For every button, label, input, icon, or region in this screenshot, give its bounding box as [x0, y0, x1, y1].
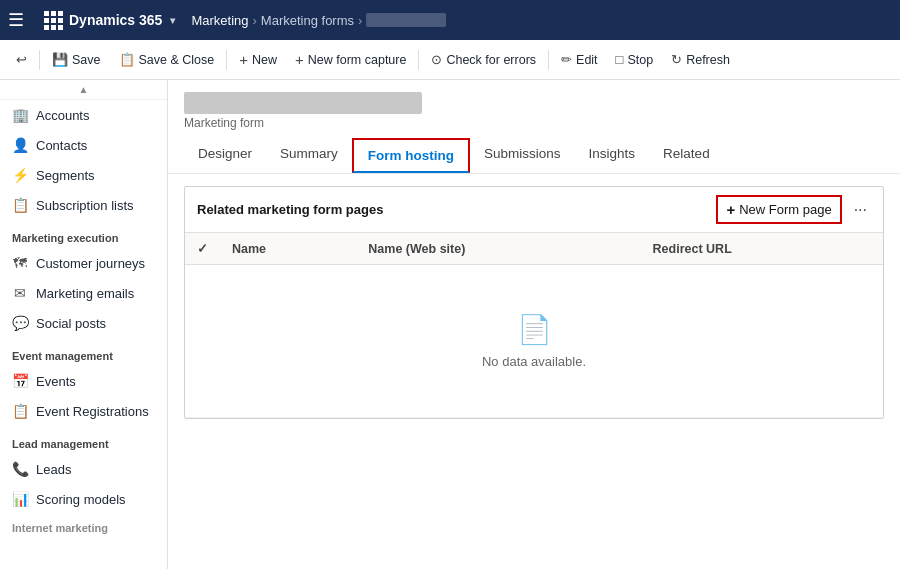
toolbar: ↩ 💾 Save 📋 Save & Close + New + New form… — [0, 40, 900, 80]
sidebar-item-scoring-models[interactable]: 📊 Scoring models — [0, 484, 167, 514]
refresh-label: Refresh — [686, 53, 730, 67]
new-capture-button[interactable]: + New form capture — [287, 47, 414, 72]
sidebar-item-customer-journeys-label: Customer journeys — [36, 256, 145, 271]
new-label: New — [252, 53, 277, 67]
sidebar-item-accounts-label: Accounts — [36, 108, 89, 123]
social-posts-icon: 💬 — [12, 315, 28, 331]
save-button[interactable]: 💾 Save — [44, 48, 109, 71]
subscription-lists-icon: 📋 — [12, 197, 28, 213]
check-errors-label: Check for errors — [446, 53, 536, 67]
marketing-emails-icon: ✉ — [12, 285, 28, 301]
sidebar-item-segments[interactable]: ⚡ Segments — [0, 160, 167, 190]
table-header-name[interactable]: Name — [220, 233, 356, 265]
app-name: Dynamics 365 — [69, 12, 162, 28]
breadcrumb-sep-1: › — [252, 13, 256, 28]
segments-icon: ⚡ — [12, 167, 28, 183]
record-type: Marketing form — [184, 116, 884, 130]
new-form-page-button[interactable]: + New Form page — [716, 195, 841, 224]
breadcrumb-module[interactable]: Marketing — [191, 13, 248, 28]
stop-icon: □ — [616, 52, 624, 67]
sidebar-item-contacts[interactable]: 👤 Contacts — [0, 130, 167, 160]
event-registrations-icon: 📋 — [12, 403, 28, 419]
sidebar: ▲ 🏢 Accounts 👤 Contacts ⚡ Segments 📋 Sub… — [0, 80, 168, 569]
save-icon: 💾 — [52, 52, 68, 67]
new-form-page-label: New Form page — [739, 202, 831, 217]
new-form-page-plus-icon: + — [726, 201, 735, 218]
accounts-icon: 🏢 — [12, 107, 28, 123]
check-errors-button[interactable]: ⊙ Check for errors — [423, 48, 544, 71]
customer-journeys-icon: 🗺 — [12, 255, 28, 271]
sidebar-item-social-posts-label: Social posts — [36, 316, 106, 331]
refresh-button[interactable]: ↻ Refresh — [663, 48, 738, 71]
table-header-redirect-url[interactable]: Redirect URL — [641, 233, 883, 265]
table-header-name-website[interactable]: Name (Web site) — [356, 233, 640, 265]
table-header-check[interactable]: ✓ — [185, 233, 220, 265]
sidebar-item-leads-label: Leads — [36, 462, 71, 477]
new-capture-label: New form capture — [308, 53, 407, 67]
tabs: Designer Summary Form hosting Submission… — [184, 138, 884, 173]
table-empty-row: 📄 No data available. — [185, 265, 883, 418]
empty-text: No data available. — [482, 354, 586, 369]
stop-label: Stop — [627, 53, 653, 67]
scroll-up-indicator[interactable]: ▲ — [0, 80, 167, 100]
save-close-icon: 📋 — [119, 52, 135, 67]
content-area: Form Name Blurred Text Here Marketing fo… — [168, 80, 900, 569]
app-logo[interactable]: Dynamics 365 ▾ — [36, 11, 183, 30]
edit-button[interactable]: ✏ Edit — [553, 48, 606, 71]
sidebar-item-marketing-emails-label: Marketing emails — [36, 286, 134, 301]
events-icon: 📅 — [12, 373, 28, 389]
sidebar-item-contacts-label: Contacts — [36, 138, 87, 153]
save-label: Save — [72, 53, 101, 67]
sidebar-item-segments-label: Segments — [36, 168, 95, 183]
toolbar-divider-1 — [39, 50, 40, 70]
sidebar-item-event-registrations-label: Event Registrations — [36, 404, 149, 419]
check-errors-icon: ⊙ — [431, 52, 442, 67]
sidebar-item-event-registrations[interactable]: 📋 Event Registrations — [0, 396, 167, 426]
record-name: Form Name Blurred Text Here — [184, 92, 884, 114]
hamburger-menu[interactable]: ☰ — [8, 9, 24, 31]
ellipsis-button[interactable]: ··· — [850, 199, 871, 221]
contacts-icon: 👤 — [12, 137, 28, 153]
scroll-up-icon: ▲ — [79, 84, 89, 95]
new-button[interactable]: + New — [231, 47, 285, 72]
event-management-header: Event management — [0, 338, 167, 366]
sidebar-item-leads[interactable]: 📞 Leads — [0, 454, 167, 484]
edit-icon: ✏ — [561, 52, 572, 67]
sidebar-item-customer-journeys[interactable]: 🗺 Customer journeys — [0, 248, 167, 278]
breadcrumb-sep-2: › — [358, 13, 362, 28]
tab-summary[interactable]: Summary — [266, 138, 352, 173]
sidebar-item-subscription-lists-label: Subscription lists — [36, 198, 134, 213]
breadcrumb-record-name — [366, 13, 446, 27]
tab-related[interactable]: Related — [649, 138, 724, 173]
new-icon: + — [239, 51, 248, 68]
toolbar-divider-3 — [418, 50, 419, 70]
save-close-button[interactable]: 📋 Save & Close — [111, 48, 223, 71]
ellipsis-icon: ··· — [854, 201, 867, 218]
edit-label: Edit — [576, 53, 598, 67]
stop-button[interactable]: □ Stop — [608, 48, 662, 71]
empty-icon: 📄 — [517, 313, 552, 346]
sidebar-item-marketing-emails[interactable]: ✉ Marketing emails — [0, 278, 167, 308]
history-button[interactable]: ↩ — [8, 48, 35, 71]
related-panel-actions: + New Form page ··· — [716, 195, 871, 224]
table-header-row: ✓ Name Name (Web site) Redirect URL — [185, 233, 883, 265]
tab-designer[interactable]: Designer — [184, 138, 266, 173]
sidebar-item-accounts[interactable]: 🏢 Accounts — [0, 100, 167, 130]
main-layout: ▲ 🏢 Accounts 👤 Contacts ⚡ Segments 📋 Sub… — [0, 80, 900, 569]
sidebar-item-events[interactable]: 📅 Events — [0, 366, 167, 396]
tab-submissions[interactable]: Submissions — [470, 138, 575, 173]
related-table: ✓ Name Name (Web site) Redirect URL — [185, 233, 883, 418]
tab-form-hosting[interactable]: Form hosting — [352, 138, 470, 173]
record-header: Form Name Blurred Text Here Marketing fo… — [168, 80, 900, 174]
breadcrumb-marketing-forms[interactable]: Marketing forms — [261, 13, 354, 28]
marketing-execution-header: Marketing execution — [0, 220, 167, 248]
toolbar-divider-2 — [226, 50, 227, 70]
lead-management-header: Lead management — [0, 426, 167, 454]
tab-insights[interactable]: Insights — [575, 138, 650, 173]
sidebar-item-subscription-lists[interactable]: 📋 Subscription lists — [0, 190, 167, 220]
leads-icon: 📞 — [12, 461, 28, 477]
top-nav: ☰ Dynamics 365 ▾ Marketing › Marketing f… — [0, 0, 900, 40]
sidebar-item-social-posts[interactable]: 💬 Social posts — [0, 308, 167, 338]
related-panel-title: Related marketing form pages — [197, 202, 383, 217]
app-chevron-icon[interactable]: ▾ — [170, 15, 175, 26]
